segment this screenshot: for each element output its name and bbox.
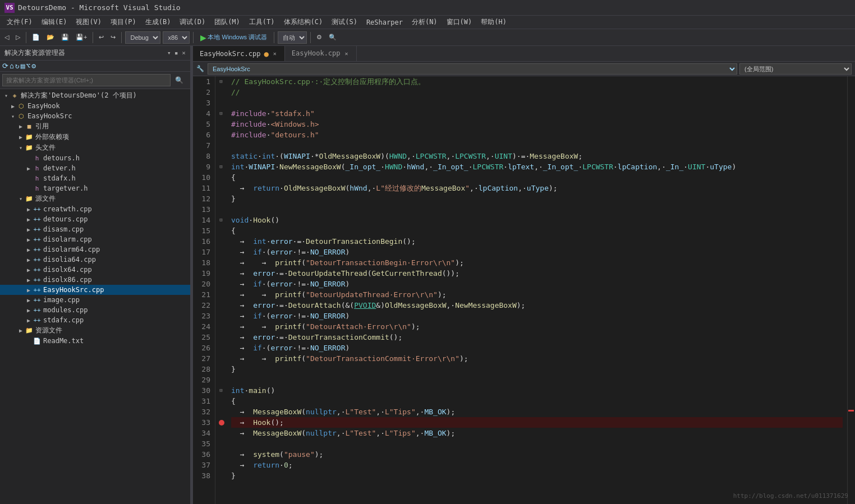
tree-easyhooksrc[interactable]: ▾ ⬡ EasyHookSrc	[0, 111, 190, 121]
home-icon[interactable]: ⌂	[10, 62, 14, 70]
menu-team[interactable]: 团队(M)	[210, 16, 245, 28]
menu-view[interactable]: 视图(V)	[71, 16, 106, 28]
menu-edit[interactable]: 编辑(E)	[37, 16, 72, 28]
menu-resharper[interactable]: ReSharper	[362, 17, 407, 27]
sync-icon[interactable]: ⟳	[2, 62, 8, 70]
tree-detours-cpp[interactable]: ▶ ++ detours.cpp	[0, 214, 190, 224]
settings-icon[interactable]: ⚙	[31, 62, 36, 70]
nav-scope-right-select[interactable]: (全局范围)	[739, 63, 852, 75]
menu-help[interactable]: 帮助(H)	[476, 16, 511, 28]
toolbar-saveall-btn[interactable]: 💾+	[73, 33, 89, 42]
line9-collapse[interactable]: ⊟	[215, 161, 227, 172]
disolarm-icon: ++	[33, 235, 42, 244]
menu-arch[interactable]: 体系结构(C)	[279, 16, 328, 28]
code-line-38: }	[231, 470, 843, 481]
tree-disasm-cpp[interactable]: ▶ ++ disasm.cpp	[0, 224, 190, 234]
code-line-5: #include·<Windows.h>	[231, 119, 843, 130]
disolx86-arrow-icon: ▶	[25, 277, 33, 283]
tree-detver-h[interactable]: ▶ h detver.h	[0, 163, 190, 173]
menu-test[interactable]: 测试(S)	[327, 16, 362, 28]
disolia64-icon: ++	[33, 255, 42, 264]
toolbar-extra-btn1[interactable]: ⚙	[314, 33, 324, 42]
menu-project[interactable]: 项目(P)	[106, 16, 141, 28]
tab-easyhooksrc[interactable]: EasyHookSrc.cpp ● ✕	[193, 46, 285, 61]
attach-select[interactable]: 自动	[278, 31, 307, 44]
menu-build[interactable]: 生成(B)	[141, 16, 176, 28]
code-line-24: → → printf("DetourAttach·Error\r\n");	[231, 321, 843, 332]
nav-scope-select[interactable]: EasyHookSrc	[208, 63, 737, 75]
code-editor[interactable]: 123456 789101112 131415161718 1920212223…	[193, 76, 855, 504]
tree-readme[interactable]: 📄 ReadMe.txt	[0, 336, 190, 346]
toolbar-back-btn[interactable]: ◁	[2, 33, 11, 42]
search-icon: 🔍	[175, 76, 183, 84]
menu-tools[interactable]: 工具(T)	[245, 16, 279, 28]
code-line-17: → if·(error·!=·NO_ERROR)	[231, 247, 843, 257]
toolbar-sep-1	[26, 32, 26, 43]
tree-disolia64-cpp[interactable]: ▶ ++ disolia64.cpp	[0, 255, 190, 265]
code-line-3	[231, 98, 843, 108]
disolarm64-label: disolarm64.cpp	[43, 246, 100, 253]
code-line-1: // EasyHookSrc.cpp·:·定义控制台应用程序的入口点。	[231, 76, 843, 87]
toolbar-redo-btn[interactable]: ↪	[108, 33, 118, 42]
menu-window[interactable]: 窗口(W)	[442, 16, 477, 28]
toolbar-save-btn[interactable]: 💾	[59, 33, 71, 42]
toolbar-open-btn[interactable]: 📂	[44, 33, 57, 42]
refresh-icon[interactable]: ↻	[15, 62, 20, 70]
se-search-input[interactable]	[2, 74, 171, 86]
toolbar-undo-btn[interactable]: ↩	[96, 33, 106, 42]
tree-detours-h[interactable]: h detours.h	[0, 153, 190, 163]
tree-sources-folder[interactable]: ▾ 📁 源文件	[0, 193, 190, 204]
menu-debug[interactable]: 调试(D)	[175, 16, 210, 28]
line1-collapse[interactable]: ⊟	[215, 76, 227, 87]
props-icon[interactable]: ⌥	[26, 62, 30, 70]
tree-easyhooksrc-cpp[interactable]: ▶ ++ EasyHookSrc.cpp	[0, 285, 190, 295]
tab-easyhooksrc-close[interactable]: ✕	[272, 50, 278, 57]
disasm-icon: ++	[33, 225, 42, 234]
detver-h-label: detver.h	[43, 164, 76, 172]
menu-file[interactable]: 文件(F)	[2, 16, 37, 28]
tree-headers-folder[interactable]: ▾ 📁 头文件	[0, 142, 190, 153]
tree-modules-cpp[interactable]: ▶ ++ modules.cpp	[0, 305, 190, 315]
tree-creatwth-cpp[interactable]: ▶ ++ creatwth.cpp	[0, 204, 190, 214]
toolbar-sep-4	[193, 32, 194, 43]
tree-stdafx-cpp[interactable]: ▶ ++ stdafx.cpp	[0, 315, 190, 325]
tree-disolx64-cpp[interactable]: ▶ ++ disolx64.cpp	[0, 265, 190, 275]
tree-targetver-h[interactable]: h targetver.h	[0, 183, 190, 193]
code-line-36: → system("pause");	[231, 449, 843, 460]
menu-analyze[interactable]: 分析(N)	[407, 16, 442, 28]
tree-disolx86-cpp[interactable]: ▶ ++ disolx86.cpp	[0, 275, 190, 285]
watermark: http://blog.csdn.net/u011371629	[733, 492, 848, 500]
tree-image-cpp[interactable]: ▶ ++ image.cpp	[0, 295, 190, 305]
line14-collapse[interactable]: ⊟	[215, 215, 227, 225]
debug-config-select[interactable]: Debug	[125, 31, 160, 44]
easyhook-arrow-icon: ▶	[9, 103, 17, 109]
easyhooksrc-project-icon: ⬡	[17, 112, 26, 121]
tree-resources-folder[interactable]: ▶ 📁 资源文件	[0, 325, 190, 336]
tab-easyhook[interactable]: EasyHook.cpp ✕	[285, 46, 357, 61]
platform-select[interactable]: x86	[163, 31, 190, 44]
toolbar-forward-btn[interactable]: ▷	[13, 33, 22, 42]
detours-h-icon: h	[33, 154, 42, 163]
headers-folder-icon: 📁	[25, 144, 34, 152]
easyhook-label: EasyHook	[27, 102, 60, 110]
tree-solution[interactable]: ▾ ◈ 解决方案'DetoursDemo'(2 个项目)	[0, 90, 190, 101]
tree-easyhook[interactable]: ▶ ⬡ EasyHook	[0, 101, 190, 111]
run-button[interactable]: ▶ 本地 Windows 调试器	[197, 32, 270, 43]
tab-easyhook-close[interactable]: ✕	[344, 50, 350, 57]
toolbar-extra-btn2[interactable]: 🔍	[327, 33, 339, 42]
tree-stdafx-h[interactable]: h stdafx.h	[0, 173, 190, 183]
tree-external-deps[interactable]: ▶ 📁 外部依赖项	[0, 132, 190, 142]
code-line-23: → if·(error·!=·NO_ERROR)	[231, 311, 843, 321]
line30-collapse[interactable]: ⊟	[215, 385, 227, 396]
tab-easyhooksrc-label: EasyHookSrc.cpp	[200, 50, 260, 58]
tree-disolarm-cpp[interactable]: ▶ ++ disolarm.cpp	[0, 234, 190, 244]
modules-icon: ++	[33, 306, 42, 315]
collapse-icon[interactable]: ▤	[21, 62, 25, 70]
line4-collapse[interactable]: ⊟	[215, 108, 227, 119]
tree-references[interactable]: ▶ ■ 引用	[0, 121, 190, 132]
code-line-32: → MessageBoxW(nullptr,·L"Test",·L"Tips",…	[231, 406, 843, 417]
readme-icon: 📄	[33, 336, 42, 345]
editor-area: EasyHookSrc.cpp ● ✕ EasyHook.cpp ✕ 🔧 Eas…	[193, 46, 855, 504]
toolbar-new-btn[interactable]: 📄	[30, 33, 42, 42]
tree-disolarm64-cpp[interactable]: ▶ ++ disolarm64.cpp	[0, 244, 190, 255]
